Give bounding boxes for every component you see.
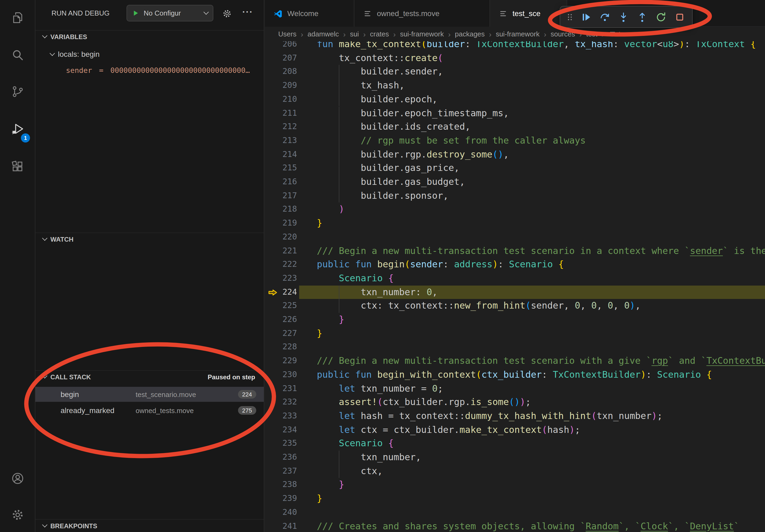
line-number[interactable]: 228 bbox=[265, 341, 297, 354]
line-number[interactable]: 213 bbox=[265, 134, 297, 147]
line-number[interactable]: 225 bbox=[265, 299, 297, 313]
configure-gear-button[interactable] bbox=[220, 6, 234, 20]
breadcrumb-item-packages[interactable]: packages bbox=[455, 30, 485, 38]
settings-button[interactable] bbox=[0, 503, 35, 529]
code-line-226[interactable]: 226 } bbox=[265, 313, 765, 327]
line-number[interactable]: 224 bbox=[265, 285, 297, 299]
line-number[interactable]: 236 bbox=[265, 450, 297, 464]
variables-scope-row[interactable]: locals: begin bbox=[35, 47, 264, 61]
code-line-214[interactable]: 214 builder.rgp.destroy_some(), bbox=[265, 147, 765, 161]
code-line-206[interactable]: 206fun make_tx_context(builder: TxContex… bbox=[265, 41, 765, 51]
line-number[interactable]: 212 bbox=[265, 120, 297, 134]
line-number[interactable]: 209 bbox=[265, 79, 297, 93]
line-number[interactable]: 239 bbox=[265, 492, 297, 505]
line-number[interactable]: 210 bbox=[265, 93, 297, 106]
line-number[interactable]: 233 bbox=[265, 409, 297, 423]
launch-configuration-dropdown[interactable]: No Configur bbox=[127, 5, 213, 21]
tab-owned-tests-move[interactable]: owned_tests.move bbox=[355, 0, 490, 27]
line-number[interactable]: 208 bbox=[265, 65, 297, 79]
line-number[interactable]: 206 bbox=[265, 41, 297, 51]
sidebar-item-run-and-debug[interactable]: 1 bbox=[0, 117, 35, 143]
step-out-button[interactable] bbox=[634, 9, 650, 25]
sidebar-item-search[interactable] bbox=[0, 43, 35, 69]
code-line-233[interactable]: 233 let hash = tx_context::dummy_tx_hash… bbox=[265, 409, 765, 423]
callstack-frame-begin[interactable]: begintest_scenario.move224 bbox=[35, 387, 264, 402]
code-line-229[interactable]: 229/// Begin a new multi-transaction tes… bbox=[265, 354, 765, 368]
breadcrumb-item-te[interactable]: te bbox=[608, 30, 624, 38]
line-number[interactable]: 211 bbox=[265, 106, 297, 120]
line-number[interactable]: 214 bbox=[265, 147, 297, 161]
stop-button[interactable] bbox=[672, 9, 688, 25]
line-number[interactable]: 227 bbox=[265, 327, 297, 340]
code-line-212[interactable]: 212 builder.ids_created, bbox=[265, 120, 765, 134]
line-number[interactable]: 240 bbox=[265, 506, 297, 519]
code-line-223[interactable]: 223 Scenario { bbox=[265, 272, 765, 285]
watch-section-header[interactable]: WATCH bbox=[35, 232, 264, 245]
breadcrumb-item-sui-framework[interactable]: sui-framework bbox=[400, 30, 443, 38]
line-number[interactable]: 237 bbox=[265, 464, 297, 478]
code-line-236[interactable]: 236 txn_number, bbox=[265, 450, 765, 464]
code-line-219[interactable]: 219} bbox=[265, 216, 765, 230]
code-line-215[interactable]: 215 builder.gas_price, bbox=[265, 161, 765, 175]
line-number[interactable]: 238 bbox=[265, 478, 297, 492]
code-line-216[interactable]: 216 builder.gas_budget, bbox=[265, 175, 765, 189]
line-number[interactable]: 232 bbox=[265, 396, 297, 409]
code-line-211[interactable]: 211 builder.epoch_timestamp_ms, bbox=[265, 106, 765, 120]
more-actions-button[interactable]: ··· bbox=[241, 5, 255, 19]
code-line-237[interactable]: 237 ctx, bbox=[265, 464, 765, 478]
breadcrumb-item-users[interactable]: Users bbox=[278, 30, 297, 38]
code-line-220[interactable]: 220 bbox=[265, 230, 765, 244]
code-line-238[interactable]: 238 } bbox=[265, 478, 765, 492]
sidebar-item-source-control[interactable] bbox=[0, 80, 35, 106]
code-line-207[interactable]: 207 tx_context::create( bbox=[265, 51, 765, 65]
restart-button[interactable] bbox=[653, 9, 669, 25]
breadcrumb-item-sui-framework[interactable]: sui-framework bbox=[496, 30, 539, 38]
line-number[interactable]: 231 bbox=[265, 382, 297, 396]
breadcrumb-item-crates[interactable]: crates bbox=[370, 30, 389, 38]
code-line-232[interactable]: 232 assert!(ctx_builder.rgp.is_some()); bbox=[265, 396, 765, 409]
code-line-225[interactable]: 225 ctx: tx_context::new_from_hint(sende… bbox=[265, 299, 765, 313]
line-number[interactable]: 234 bbox=[265, 423, 297, 437]
tab-welcome[interactable]: Welcome bbox=[265, 0, 355, 27]
variable-row-sender[interactable]: sender = 0000000000000000000000000000000… bbox=[35, 63, 264, 77]
breadcrumb-item-sui[interactable]: sui bbox=[350, 30, 359, 38]
line-number[interactable]: 230 bbox=[265, 368, 297, 382]
code-line-241[interactable]: 241/// Creates and shares system objects… bbox=[265, 519, 765, 532]
line-number[interactable]: 216 bbox=[265, 175, 297, 189]
line-number[interactable]: 215 bbox=[265, 161, 297, 175]
line-number[interactable]: 207 bbox=[265, 51, 297, 65]
code-line-235[interactable]: 235 Scenario { bbox=[265, 437, 765, 450]
sidebar-item-extensions[interactable] bbox=[0, 155, 35, 180]
accounts-button[interactable] bbox=[0, 467, 35, 492]
code-line-231[interactable]: 231 let txn_number = 0; bbox=[265, 382, 765, 396]
sidebar-item-explorer[interactable] bbox=[0, 6, 35, 32]
line-number[interactable]: 226 bbox=[265, 313, 297, 327]
code-line-210[interactable]: 210 builder.epoch, bbox=[265, 93, 765, 106]
breakpoints-section-header[interactable]: BREAKPOINTS bbox=[35, 519, 264, 532]
code-line-239[interactable]: 239} bbox=[265, 492, 765, 505]
line-number[interactable]: 235 bbox=[265, 437, 297, 450]
line-number[interactable]: 217 bbox=[265, 189, 297, 202]
code-line-218[interactable]: 218 ) bbox=[265, 203, 765, 216]
line-number[interactable]: 229 bbox=[265, 354, 297, 368]
line-number[interactable]: 220 bbox=[265, 230, 297, 244]
line-number[interactable]: 221 bbox=[265, 244, 297, 258]
code-line-230[interactable]: 230public fun begin_with_context(ctx_bui… bbox=[265, 368, 765, 382]
line-number[interactable]: 223 bbox=[265, 272, 297, 285]
line-number[interactable]: 241 bbox=[265, 519, 297, 532]
code-line-240[interactable]: 240 bbox=[265, 506, 765, 519]
code-line-209[interactable]: 209 tx_hash, bbox=[265, 79, 765, 93]
code-line-221[interactable]: 221/// Begin a new multi-transaction tes… bbox=[265, 244, 765, 258]
code-line-234[interactable]: 234 let ctx = ctx_builder.make_tx_contex… bbox=[265, 423, 765, 437]
code-line-222[interactable]: 222public fun begin(sender: address): Sc… bbox=[265, 258, 765, 271]
continue-button[interactable] bbox=[578, 9, 594, 25]
start-debugging-icon[interactable] bbox=[132, 9, 140, 17]
line-number[interactable]: 218 bbox=[265, 203, 297, 216]
code-line-227[interactable]: 227} bbox=[265, 327, 765, 340]
drag-handle[interactable] bbox=[564, 9, 575, 25]
tab-test-sce[interactable]: test_sce bbox=[490, 0, 567, 27]
callstack-frame-already-marked[interactable]: already_markedowned_tests.move275 bbox=[35, 403, 264, 418]
breadcrumb-item-sources[interactable]: sources bbox=[550, 30, 575, 38]
line-number[interactable]: 222 bbox=[265, 258, 297, 271]
code-line-217[interactable]: 217 builder.sponsor, bbox=[265, 189, 765, 202]
